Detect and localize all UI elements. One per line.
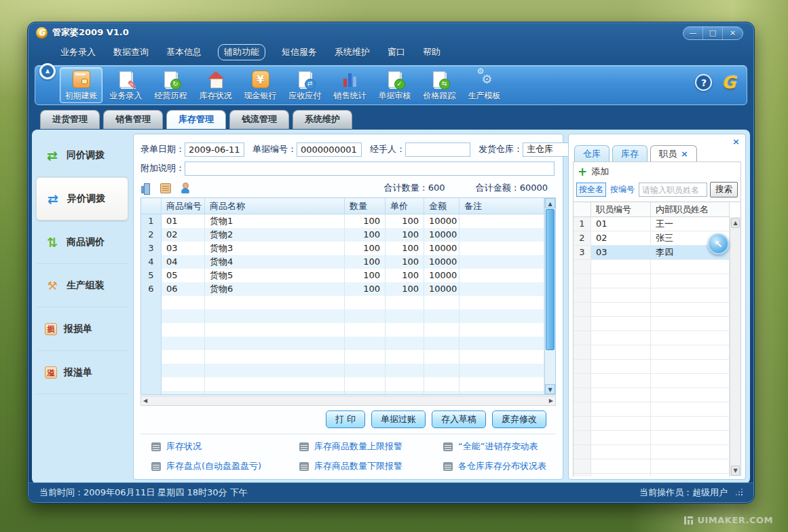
panel-scroll-up-icon[interactable]: ▲	[731, 218, 740, 228]
employee-row[interactable]	[574, 417, 730, 431]
table-row[interactable]	[141, 350, 544, 364]
sidebar-item-生产组装[interactable]: 生产组装	[36, 264, 128, 307]
doc-number-input[interactable]	[297, 142, 362, 157]
employee-row[interactable]: 303李四	[574, 246, 730, 260]
table-row[interactable]	[141, 391, 544, 395]
goods-icon[interactable]	[160, 183, 171, 193]
link-各仓库库存分布状况表[interactable]: 各仓库库存分布状况表	[443, 460, 556, 472]
handler-input[interactable]	[405, 142, 470, 157]
employee-row[interactable]	[574, 288, 730, 303]
resize-grip[interactable]	[734, 489, 743, 497]
toolbar-item-doc-pencil[interactable]: 业务录入	[105, 67, 147, 103]
employee-row[interactable]	[574, 317, 730, 331]
link-库存商品数量下限报警[interactable]: 库存商品数量下限报警	[299, 460, 443, 472]
employee-row[interactable]	[574, 274, 730, 288]
toolbar-item-doc-check[interactable]: 单据审核	[373, 67, 416, 103]
table-row[interactable]: 303货物310010010000	[141, 242, 544, 255]
tab-系统维护[interactable]: 系统维护	[293, 110, 352, 129]
menu-item-7[interactable]: 窗口	[386, 45, 407, 60]
table-row[interactable]	[141, 296, 544, 309]
menu-item-2[interactable]: 数据查询	[112, 45, 150, 60]
toolbar-item-wallet[interactable]: 初期建账	[60, 67, 102, 103]
vertical-scrollbar[interactable]: ▲ ▼	[544, 198, 555, 394]
link-库存盘点(自动盘盈盘亏)[interactable]: 库存盘点(自动盘盈盘亏)	[151, 460, 299, 472]
close-button[interactable]: ×	[723, 27, 743, 39]
employee-row[interactable]	[574, 374, 730, 388]
scrollbar-thumb[interactable]	[546, 209, 555, 350]
menu-item-6[interactable]: 系统维护	[333, 45, 371, 60]
sidebar-item-报溢单[interactable]: 溢报溢单	[36, 351, 128, 394]
废弃修改-button[interactable]: 废弃修改	[492, 411, 546, 428]
menu-item-4[interactable]: 辅助功能	[218, 44, 265, 60]
tab-close-icon[interactable]: ×	[681, 149, 688, 159]
link-“全能”进销存变动表[interactable]: “全能”进销存变动表	[443, 440, 556, 453]
scroll-right-icon[interactable]: ▶	[549, 398, 553, 404]
toolbar-item-doc-clock[interactable]: 经营历程	[149, 67, 192, 103]
sidebar-item-同价调拨[interactable]: 同价调拨	[36, 134, 128, 177]
table-row[interactable]: 505货物510010010000	[141, 269, 544, 282]
tab-销售管理[interactable]: 销售管理	[103, 110, 163, 129]
table-row[interactable]	[141, 337, 544, 350]
help-icon[interactable]: ?	[695, 74, 712, 91]
scroll-up-icon[interactable]: ▲	[545, 198, 555, 208]
employee-row[interactable]	[574, 402, 730, 417]
employee-row[interactable]	[574, 345, 730, 360]
tab-进货管理[interactable]: 进货管理	[40, 110, 100, 129]
menu-item-1[interactable]: 业务录入	[59, 45, 97, 60]
存入草稿-button[interactable]: 存入草稿	[432, 411, 486, 428]
panel-tab-库存[interactable]: 库存	[612, 145, 648, 162]
menu-item-3[interactable]: 基本信息	[165, 45, 203, 60]
search-by-name-toggle[interactable]: 按全名	[576, 183, 606, 197]
horizontal-scrollbar[interactable]: ◀ ▶	[140, 396, 556, 406]
employee-row[interactable]: 101王一	[574, 217, 730, 231]
employee-icon[interactable]	[180, 183, 191, 193]
search-button[interactable]: 搜索	[710, 182, 738, 197]
panel-vertical-scrollbar[interactable]: ▲ ▼	[730, 217, 740, 476]
table-row[interactable]: 202货物210010010000	[141, 228, 544, 242]
employee-row[interactable]	[574, 431, 730, 445]
toolbar-item-yen[interactable]: 现金银行	[239, 67, 282, 103]
toolbar-item-doc-arrows[interactable]: 应收应付	[284, 67, 326, 103]
scroll-down-icon[interactable]: ▼	[545, 384, 555, 394]
panel-tab-职员[interactable]: 职员×	[650, 145, 697, 162]
toolbar-item-bar-chart[interactable]: 销售统计	[329, 67, 371, 103]
单据过账-button[interactable]: 单据过账	[371, 411, 426, 428]
scroll-left-icon[interactable]: ◀	[143, 398, 147, 404]
date-input[interactable]	[185, 142, 244, 157]
toolbar-item-house[interactable]: 库存状况	[194, 67, 237, 103]
table-row[interactable]	[141, 364, 544, 377]
panel-scroll-down-icon[interactable]: ▼	[731, 466, 740, 476]
link-库存状况[interactable]: 库存状况	[151, 440, 299, 453]
toolbar-item-doc-track[interactable]: 价格跟踪	[418, 67, 461, 103]
employee-search-input[interactable]	[639, 183, 707, 197]
menu-item-8[interactable]: 帮助	[421, 45, 442, 60]
table-row[interactable]: 404货物410010010000	[141, 255, 544, 269]
panel-close-icon[interactable]: ×	[732, 136, 740, 147]
employee-row[interactable]	[574, 445, 730, 459]
add-row[interactable]: + 添加	[574, 162, 740, 181]
table-row[interactable]	[141, 377, 544, 391]
tab-库存管理[interactable]: 库存管理	[166, 110, 226, 129]
menu-item-5[interactable]: 短信服务	[280, 45, 318, 60]
table-row[interactable]	[141, 309, 544, 323]
collapse-toolbar-button[interactable]: ▲	[39, 63, 56, 79]
table-row[interactable]: 101货物110010010000	[141, 214, 544, 228]
sidebar-item-异价调拨[interactable]: 异价调拨	[36, 177, 128, 221]
panel-tab-仓库[interactable]: 仓库	[574, 145, 609, 162]
employee-row[interactable]	[574, 388, 730, 402]
warehouse-icon[interactable]	[140, 183, 151, 193]
打 印-button[interactable]: 打 印	[326, 411, 365, 428]
employee-row[interactable]	[574, 303, 730, 317]
employee-row[interactable]	[574, 260, 730, 274]
link-库存商品数量上限报警[interactable]: 库存商品数量上限报警	[299, 440, 443, 453]
search-by-code-toggle[interactable]: 按编号	[609, 183, 636, 196]
tab-钱流管理[interactable]: 钱流管理	[229, 110, 289, 129]
table-row[interactable]: 606货物610010010000	[141, 282, 544, 296]
note-input[interactable]	[185, 162, 555, 176]
employee-row[interactable]	[574, 331, 730, 345]
employee-row[interactable]	[574, 474, 730, 476]
employee-row[interactable]: 202张三	[574, 231, 730, 246]
maximize-button[interactable]: □	[703, 27, 723, 39]
sidebar-item-报损单[interactable]: 损报损单	[36, 307, 128, 351]
employee-row[interactable]	[574, 459, 730, 474]
